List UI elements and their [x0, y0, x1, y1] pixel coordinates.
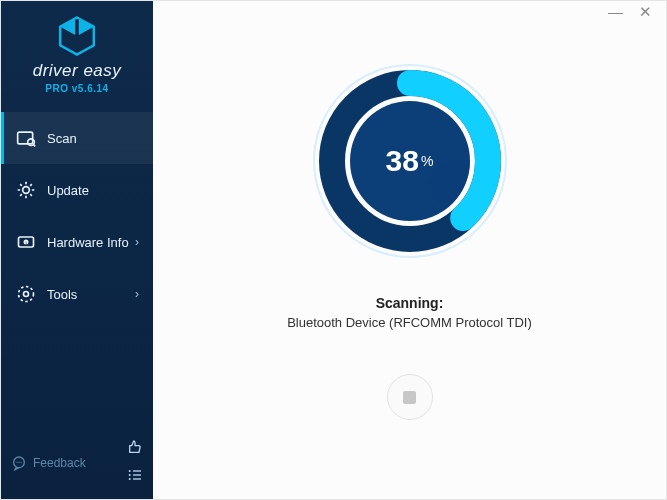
thumbs-up-icon[interactable] [127, 439, 143, 459]
close-button[interactable]: ✕ [639, 7, 652, 23]
brand-logo-icon [56, 15, 98, 57]
footer-icons [127, 439, 143, 487]
svg-line-5 [34, 145, 36, 147]
minimize-button[interactable]: — [608, 7, 623, 23]
svg-point-6 [23, 187, 30, 194]
tools-icon [15, 283, 37, 305]
titlebar: — ✕ [608, 1, 666, 23]
sidebar-item-label: Scan [47, 131, 77, 146]
svg-rect-2 [75, 19, 78, 36]
svg-point-17 [129, 474, 131, 476]
sidebar-item-label: Hardware Info [47, 235, 129, 250]
hardware-info-icon: i [15, 231, 37, 253]
scan-percent: 38% [310, 61, 510, 261]
main-content: 38% Scanning: Bluetooth Device (RFCOMM P… [153, 1, 666, 499]
svg-point-14 [18, 462, 19, 463]
chat-icon [11, 455, 27, 471]
list-icon[interactable] [127, 467, 143, 487]
sidebar-item-scan[interactable]: Scan [1, 112, 153, 164]
scan-percent-value: 38 [386, 144, 419, 178]
feedback-label: Feedback [33, 456, 86, 470]
chevron-right-icon: › [135, 235, 139, 249]
chevron-right-icon: › [135, 287, 139, 301]
sidebar-item-label: Update [47, 183, 89, 198]
scan-percent-suffix: % [421, 153, 433, 169]
sidebar-item-tools[interactable]: Tools › [1, 268, 153, 320]
scan-progress-ring: 38% [310, 61, 510, 261]
brand-title: driver easy [1, 61, 153, 81]
svg-point-10 [19, 287, 34, 302]
svg-point-11 [24, 292, 29, 297]
sidebar-item-hardware-info[interactable]: i Hardware Info › [1, 216, 153, 268]
svg-point-15 [20, 462, 21, 463]
scan-status-title: Scanning: [287, 295, 532, 311]
sidebar-item-label: Tools [47, 287, 77, 302]
feedback-button[interactable]: Feedback [11, 455, 86, 471]
gear-icon [15, 179, 37, 201]
brand: driver easy PRO v5.6.14 [1, 1, 153, 102]
sidebar-footer: Feedback [1, 431, 153, 499]
sidebar-item-update[interactable]: Update [1, 164, 153, 216]
stop-icon [403, 391, 416, 404]
svg-point-13 [16, 462, 17, 463]
brand-subtitle: PRO v5.6.14 [1, 83, 153, 94]
svg-point-16 [129, 470, 131, 472]
scan-status: Scanning: Bluetooth Device (RFCOMM Proto… [287, 295, 532, 330]
svg-text:i: i [25, 240, 26, 246]
stop-button[interactable] [387, 374, 433, 420]
app-window: — ✕ driver easy PRO v5.6.14 Scan [0, 0, 667, 500]
svg-point-18 [129, 478, 131, 480]
svg-rect-3 [18, 132, 33, 144]
scan-status-detail: Bluetooth Device (RFCOMM Protocol TDI) [287, 315, 532, 330]
scan-icon [15, 127, 37, 149]
nav: Scan Update i Hardware Info › Tools [1, 112, 153, 431]
sidebar: driver easy PRO v5.6.14 Scan Update i [1, 1, 153, 499]
